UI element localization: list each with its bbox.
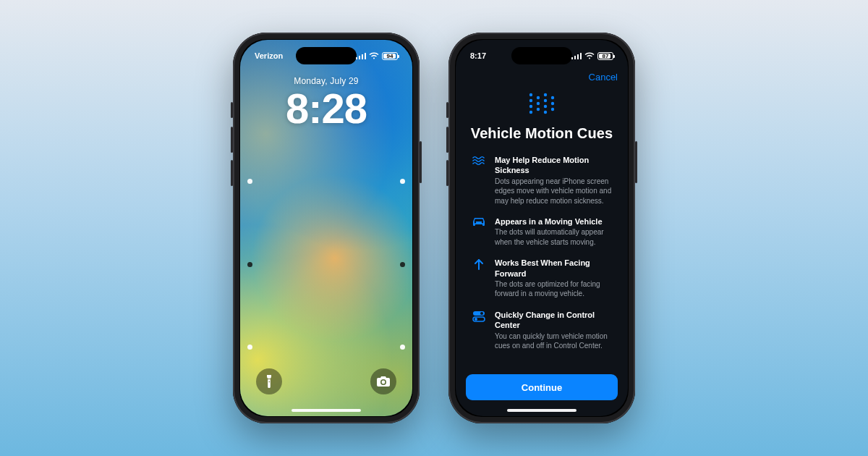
lock-clock: Monday, July 29 8:28	[240, 76, 412, 130]
svg-point-23	[551, 108, 554, 111]
camera-button[interactable]	[370, 368, 396, 394]
motion-cues-hero-icon	[527, 92, 557, 117]
feature-body: The dots will automatically appear when …	[495, 227, 612, 247]
feature-item: Quickly Change in Control CenterYou can …	[472, 310, 612, 351]
home-indicator[interactable]	[507, 409, 576, 412]
status-bar: 8:17 87	[456, 47, 628, 64]
svg-rect-3	[365, 53, 366, 59]
svg-point-11	[529, 99, 532, 102]
svg-point-21	[551, 96, 554, 99]
feature-item: Appears in a Moving VehicleThe dots will…	[472, 216, 612, 247]
svg-point-14	[537, 96, 540, 99]
continue-button[interactable]: Continue	[466, 374, 618, 400]
svg-point-9	[589, 58, 590, 59]
svg-rect-2	[362, 54, 363, 59]
features-list: May Help Reduce Motion SicknessDots appe…	[456, 142, 628, 368]
svg-point-17	[544, 93, 547, 96]
motion-cue-dot	[247, 262, 252, 267]
lock-time: 8:28	[240, 88, 412, 130]
feature-item: Works Best When Facing ForwardThe dots a…	[472, 258, 612, 299]
battery-icon: 87	[597, 52, 613, 60]
signal-icon	[571, 52, 582, 59]
battery-icon: 94	[382, 52, 398, 60]
iphone-feature-sheet: 8:17 87 Cancel Vehi	[448, 33, 635, 423]
svg-point-22	[551, 102, 554, 105]
feature-heading: Appears in a Moving Vehicle	[495, 216, 612, 227]
svg-rect-6	[574, 56, 576, 59]
flashlight-icon	[265, 375, 273, 388]
svg-point-27	[475, 318, 477, 321]
svg-point-15	[537, 102, 540, 105]
car-icon	[472, 216, 486, 247]
wifi-icon	[584, 52, 595, 59]
svg-rect-1	[359, 56, 360, 59]
feature-body: You can quickly turn vehicle motion cues…	[495, 332, 612, 351]
toggle-icon	[472, 310, 486, 351]
status-bar: Verizon 94	[240, 47, 412, 64]
home-indicator[interactable]	[292, 409, 361, 412]
arrow-up-icon	[472, 258, 486, 299]
sheet-title: Vehicle Motion Cues	[456, 125, 628, 142]
svg-rect-0	[356, 57, 357, 59]
vehicle-motion-cues-sheet: 8:17 87 Cancel Vehi	[456, 40, 628, 416]
feature-heading: Works Best When Facing Forward	[495, 258, 612, 279]
lock-screen: Verizon 94 Monday, July 29 8:28	[240, 40, 412, 416]
svg-point-20	[544, 111, 547, 114]
iphone-lockscreen: Verizon 94 Monday, July 29 8:28	[233, 33, 420, 423]
cancel-button[interactable]: Cancel	[589, 72, 618, 83]
svg-point-12	[529, 105, 532, 108]
feature-item: May Help Reduce Motion SicknessDots appe…	[472, 155, 612, 206]
motion-cue-dot	[400, 262, 405, 267]
camera-icon	[377, 376, 390, 387]
svg-rect-8	[580, 53, 582, 59]
signal-icon	[356, 52, 366, 59]
svg-point-10	[529, 93, 532, 96]
wifi-icon	[369, 52, 379, 59]
svg-point-18	[544, 99, 547, 102]
svg-point-25	[480, 312, 483, 315]
feature-heading: May Help Reduce Motion Sickness	[495, 155, 612, 176]
svg-point-16	[537, 108, 540, 111]
svg-point-4	[373, 58, 375, 59]
waves-icon	[472, 155, 486, 206]
feature-body: Dots appearing near iPhone screen edges …	[495, 177, 612, 206]
svg-rect-7	[577, 54, 579, 59]
status-time: 8:17	[470, 51, 486, 60]
carrier-label: Verizon	[255, 51, 283, 60]
feature-body: The dots are optimized for facing forwar…	[495, 279, 612, 299]
svg-point-19	[544, 105, 547, 108]
svg-rect-5	[571, 57, 573, 59]
svg-point-13	[529, 111, 532, 114]
flashlight-button[interactable]	[256, 368, 282, 394]
feature-heading: Quickly Change in Control Center	[495, 310, 612, 331]
